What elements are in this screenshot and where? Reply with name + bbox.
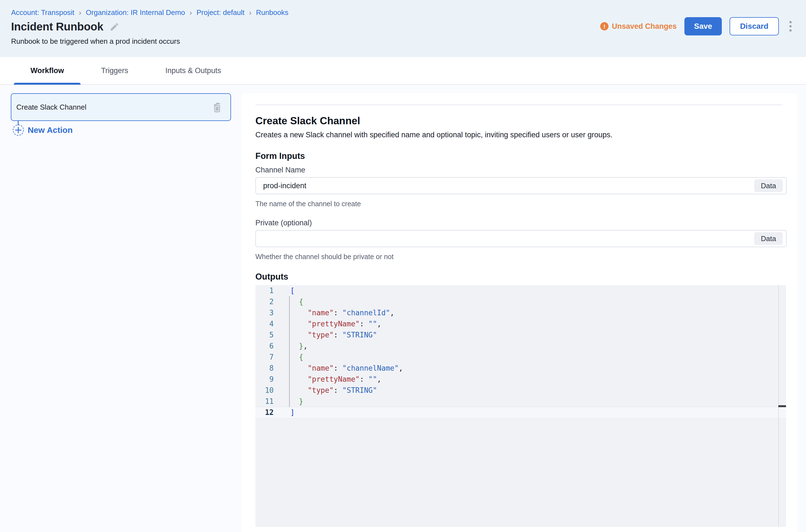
save-button[interactable]: Save [684, 17, 722, 35]
breadcrumb-runbooks[interactable]: Runbooks [256, 8, 288, 17]
form-inputs-heading: Form Inputs [255, 151, 787, 161]
breadcrumb-organization[interactable]: Organization: IR Internal Demo [86, 8, 185, 17]
channel-name-helper: The name of the channel to create [255, 200, 787, 208]
private-label: Private (optional) [255, 218, 787, 227]
edit-title-pencil-icon[interactable] [109, 22, 120, 32]
code-line[interactable]: 11 } [255, 396, 786, 407]
tab-inputs-outputs-label: Inputs & Outputs [165, 66, 221, 75]
page-subtitle: Runbook to be triggered when a prod inci… [11, 37, 180, 46]
outputs-heading: Outputs [255, 272, 787, 282]
line-number: 4 [255, 318, 274, 329]
channel-name-data-button[interactable]: Data [754, 179, 783, 192]
code-text: "name": "channelId", [290, 307, 395, 318]
action-detail-description: Creates a new Slack channel with specifi… [255, 130, 787, 139]
line-number: 9 [255, 374, 274, 385]
breadcrumb-separator: › [79, 9, 81, 16]
line-number: 1 [255, 285, 274, 296]
tab-inputs-outputs[interactable]: Inputs & Outputs [149, 57, 238, 84]
workflow-step-card[interactable]: Create Slack Channel [11, 93, 231, 121]
code-line[interactable]: 3 "name": "channelId", [255, 307, 786, 318]
page-title: Incident Runbook [11, 20, 103, 33]
line-number: 8 [255, 363, 274, 374]
tab-triggers-label: Triggers [101, 66, 128, 75]
channel-name-input[interactable] [255, 177, 787, 194]
outputs-code-editor[interactable]: 1[2 {3 "name": "channelId",4 "prettyName… [255, 285, 786, 527]
trash-icon [211, 100, 223, 114]
breadcrumb: Account: Transposit › Organization: IR I… [11, 8, 288, 17]
discard-button[interactable]: Discard [730, 17, 779, 35]
breadcrumb-separator: › [249, 9, 252, 16]
code-line[interactable]: 10 "type": "STRING" [255, 385, 786, 396]
code-text: "prettyName": "", [290, 374, 381, 385]
top-divider [255, 104, 782, 105]
action-detail-title: Create Slack Channel [255, 115, 787, 127]
channel-name-label: Channel Name [255, 166, 787, 174]
code-text: }, [290, 340, 308, 352]
line-number: 3 [255, 307, 274, 318]
code-line[interactable]: 12] [255, 407, 786, 418]
line-number: 7 [255, 352, 274, 363]
code-text: "type": "STRING" [290, 385, 377, 396]
line-number: 11 [255, 396, 274, 407]
code-line[interactable]: 7 { [255, 352, 786, 363]
code-text: "name": "channelName", [290, 363, 403, 374]
line-number: 12 [255, 407, 274, 418]
private-input-wrap: Data [255, 230, 787, 247]
code-text: } [290, 396, 303, 407]
channel-name-input-wrap: Data [255, 177, 787, 194]
workflow-step-label: Create Slack Channel [16, 103, 87, 112]
private-input[interactable] [255, 230, 787, 247]
private-data-button[interactable]: Data [754, 232, 783, 245]
code-text: { [290, 296, 303, 307]
line-number: 2 [255, 296, 274, 307]
workflow-section: Create Slack Channel New Action [0, 85, 806, 532]
delete-step-button[interactable] [211, 100, 223, 114]
header-actions: ! Unsaved Changes Save Discard [600, 17, 794, 35]
code-text: [ [290, 285, 295, 296]
code-line[interactable]: 5 "type": "STRING" [255, 329, 786, 340]
unsaved-changes-status: ! Unsaved Changes [600, 22, 677, 31]
tab-workflow-label: Workflow [31, 66, 64, 75]
code-line[interactable]: 1[ [255, 285, 786, 296]
more-options-kebab-icon[interactable] [787, 19, 794, 33]
active-tab-underline [14, 83, 80, 85]
code-text: ] [290, 407, 295, 418]
warning-icon: ! [600, 22, 608, 31]
unsaved-changes-label: Unsaved Changes [612, 22, 677, 31]
code-line[interactable]: 2 { [255, 296, 786, 307]
code-lines: 1[2 {3 "name": "channelId",4 "prettyName… [255, 285, 786, 418]
code-line[interactable]: 9 "prettyName": "", [255, 374, 786, 385]
page-header: Account: Transposit › Organization: IR I… [0, 0, 806, 57]
code-line[interactable]: 6 }, [255, 340, 786, 352]
code-line[interactable]: 8 "name": "channelName", [255, 363, 786, 374]
private-helper: Whether the channel should be private or… [255, 252, 787, 261]
breadcrumb-separator: › [189, 9, 192, 16]
new-action-label: New Action [28, 126, 73, 135]
tab-workflow[interactable]: Workflow [14, 57, 80, 84]
tab-triggers[interactable]: Triggers [85, 57, 145, 84]
code-text: { [290, 352, 303, 363]
plus-icon [13, 125, 24, 136]
line-number: 5 [255, 329, 274, 340]
code-text: "prettyName": "", [290, 318, 381, 329]
tab-bar: Workflow Triggers Inputs & Outputs [0, 57, 806, 85]
breadcrumb-project[interactable]: Project: default [196, 8, 244, 17]
code-line[interactable]: 4 "prettyName": "", [255, 318, 786, 329]
line-number: 6 [255, 340, 274, 352]
action-detail-panel: Create Slack Channel Creates a new Slack… [241, 93, 798, 532]
line-number: 10 [255, 385, 274, 396]
breadcrumb-account[interactable]: Account: Transposit [11, 8, 74, 17]
new-action-button[interactable]: New Action [13, 125, 73, 136]
code-text: "type": "STRING" [290, 329, 377, 340]
